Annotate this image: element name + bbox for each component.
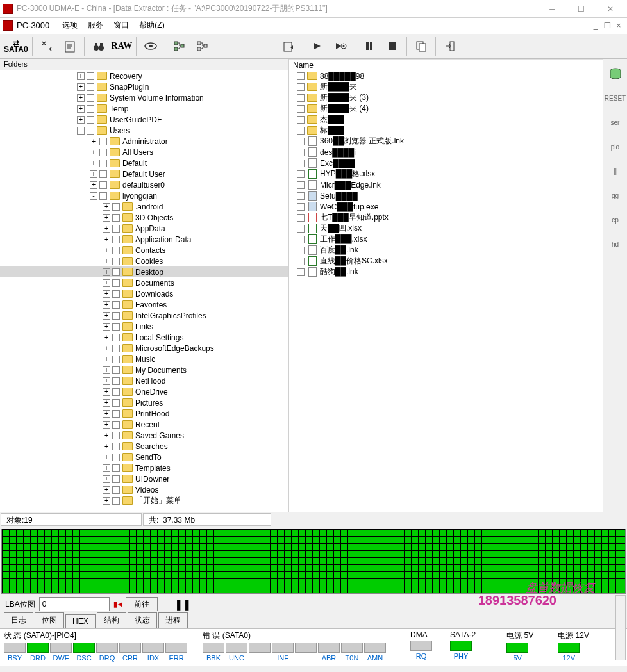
checkbox[interactable] <box>112 323 120 331</box>
tree-row[interactable]: +Favorites <box>0 299 288 310</box>
checkbox[interactable] <box>112 334 120 341</box>
expand-icon[interactable]: + <box>103 366 110 374</box>
tab[interactable]: 位图 <box>35 612 64 628</box>
list-item[interactable]: 新████夹 (4) <box>289 103 627 114</box>
checkbox[interactable] <box>112 236 120 243</box>
tree-row[interactable]: +Local Settings <box>0 332 288 343</box>
checkbox[interactable] <box>112 454 120 461</box>
list-item[interactable]: WeC███tup.exe <box>289 201 627 212</box>
tree-row[interactable]: +Temp <box>0 103 288 114</box>
list-item[interactable]: Micr███Edge.lnk <box>289 179 627 190</box>
tree-row[interactable]: +Default <box>0 158 288 168</box>
disk-icon[interactable] <box>140 35 162 57</box>
expand-icon[interactable]: + <box>90 160 97 167</box>
checkbox[interactable] <box>87 83 94 91</box>
lba-marker-icon[interactable]: ▮◂ <box>113 600 122 609</box>
checkbox[interactable] <box>297 181 305 189</box>
tree-row[interactable]: +System Volume Information <box>0 92 288 103</box>
play-gear-icon[interactable] <box>330 35 351 57</box>
tree-row[interactable]: +Documents <box>0 277 288 288</box>
checkbox[interactable] <box>297 138 305 145</box>
list-item[interactable]: 工作███.xlsx <box>289 234 627 245</box>
tree1-icon[interactable] <box>169 35 190 57</box>
expand-icon[interactable]: + <box>90 138 97 145</box>
checkbox[interactable] <box>112 388 120 396</box>
checkbox[interactable] <box>112 247 120 254</box>
checkbox[interactable] <box>112 443 120 450</box>
menu-item[interactable]: 帮助(Z) <box>134 20 169 29</box>
checkbox[interactable] <box>297 127 305 135</box>
binoculars-icon[interactable] <box>88 35 110 57</box>
expand-icon[interactable]: + <box>103 399 110 407</box>
tree-row[interactable]: +My Documents <box>0 365 288 375</box>
expand-icon[interactable]: + <box>103 334 110 341</box>
go-button[interactable]: 前往 <box>126 597 158 611</box>
tree-row[interactable]: +All Users <box>0 147 288 158</box>
checkbox[interactable] <box>297 160 305 167</box>
tree-row[interactable]: +Music <box>0 354 288 365</box>
checkbox[interactable] <box>112 203 120 211</box>
tree-row[interactable]: +defaultuser0 <box>0 179 288 190</box>
checkbox[interactable] <box>99 149 107 156</box>
list-item[interactable]: 新████夹 (3) <box>289 92 627 103</box>
checkbox[interactable] <box>112 225 120 233</box>
expand-icon[interactable]: + <box>103 377 110 385</box>
expand-icon[interactable]: + <box>90 149 97 156</box>
sata-button[interactable]: ⇄SATA0 <box>3 35 29 57</box>
checkbox[interactable] <box>297 83 305 91</box>
list-item[interactable]: HYP███格.xlsx <box>289 168 627 179</box>
tree-row[interactable]: +Saved Games <box>0 430 288 441</box>
tree-row[interactable]: +Pictures <box>0 397 288 408</box>
checkbox[interactable] <box>297 268 305 276</box>
checkbox[interactable] <box>112 464 120 472</box>
list-item[interactable]: 天██四.xlsx <box>289 223 627 234</box>
tree-row[interactable]: +PrintHood <box>0 408 288 419</box>
tree-row[interactable]: +Recent <box>0 419 288 430</box>
checkbox[interactable] <box>297 72 305 80</box>
checkbox[interactable] <box>112 312 120 320</box>
expand-icon[interactable]: + <box>103 388 110 396</box>
checkbox[interactable] <box>297 203 305 211</box>
sector-scrollbar[interactable] <box>615 595 626 660</box>
folder-tree[interactable]: +Recovery+SnapPlugin+System Volume Infor… <box>0 70 288 512</box>
list-item[interactable]: 直线██价格SC.xlsx <box>289 256 627 266</box>
tree-row[interactable]: +IntelGraphicsProfiles <box>0 310 288 321</box>
list-item[interactable]: 标███ <box>289 125 627 136</box>
list-header[interactable]: Name <box>289 59 627 70</box>
tree-row[interactable]: +3D Objects <box>0 212 288 223</box>
tree-row[interactable]: +UIDowner <box>0 473 288 484</box>
side-button[interactable] <box>605 63 626 84</box>
expand-icon[interactable]: + <box>103 258 110 265</box>
expand-icon[interactable]: - <box>77 127 85 135</box>
list-item[interactable]: 杰███ <box>289 114 627 125</box>
expand-icon[interactable]: + <box>90 181 97 189</box>
expand-icon[interactable]: + <box>77 72 85 80</box>
tools-icon[interactable] <box>36 35 58 57</box>
checkbox[interactable] <box>99 192 107 200</box>
list-item[interactable]: des████i <box>289 147 627 158</box>
checkbox[interactable] <box>112 356 120 363</box>
tree-row[interactable]: +UserGuidePDF <box>0 114 288 125</box>
checkbox[interactable] <box>99 160 107 167</box>
checkbox[interactable] <box>112 399 120 407</box>
tree-row[interactable]: +Contacts <box>0 245 288 256</box>
expand-icon[interactable]: + <box>103 432 110 439</box>
checkbox[interactable] <box>112 497 120 505</box>
tree-row[interactable]: +Recovery <box>0 70 288 81</box>
checkbox[interactable] <box>297 258 305 265</box>
expand-icon[interactable]: + <box>103 410 110 418</box>
checkbox[interactable] <box>112 486 120 494</box>
expand-icon[interactable]: + <box>103 312 110 320</box>
pause-icon[interactable] <box>358 35 380 57</box>
checkbox[interactable] <box>87 72 94 80</box>
tab[interactable]: HEX <box>65 614 96 628</box>
tree-row[interactable]: +MicrosoftEdgeBackups <box>0 343 288 354</box>
checkbox[interactable] <box>112 366 120 374</box>
expand-icon[interactable]: + <box>103 214 110 222</box>
menu-item[interactable]: 选项 <box>57 20 83 29</box>
checkbox[interactable] <box>99 181 107 189</box>
checkbox[interactable] <box>112 214 120 222</box>
expand-icon[interactable]: + <box>103 486 110 494</box>
expand-icon[interactable]: + <box>103 225 110 233</box>
checkbox[interactable] <box>87 116 94 124</box>
